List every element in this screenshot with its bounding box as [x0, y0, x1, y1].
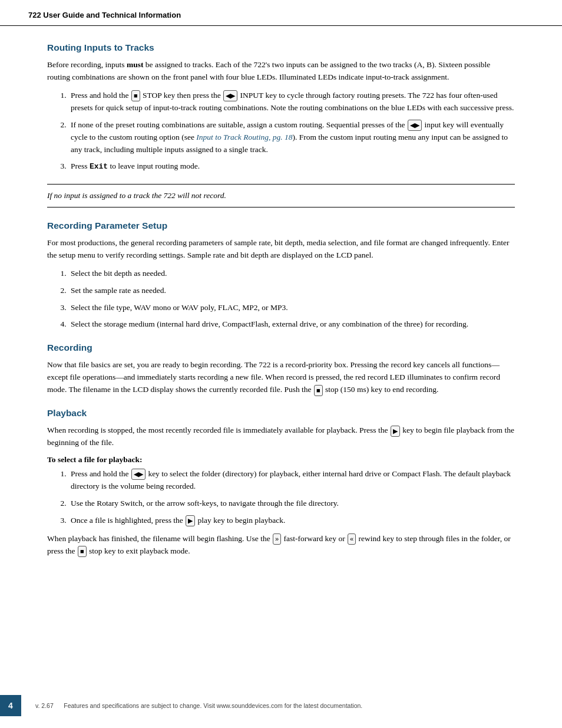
exit-key-label: Exit [90, 162, 108, 171]
section-recording: Recording Now that file basics are set, … [47, 342, 515, 396]
footer-text-content: Features and specifications are subject … [64, 702, 362, 709]
section-title-playback: Playback [47, 408, 515, 419]
playback-intro: When recording is stopped, the most rece… [47, 424, 515, 449]
input-key-icon: ◀▶ [223, 90, 237, 101]
page-footer: 4 v. 2.67 Features and specifications ar… [0, 695, 562, 716]
routing-step-2: If none of the preset routing combinatio… [68, 119, 515, 156]
section-routing-inputs: Routing Inputs to Tracks Before recordin… [47, 42, 515, 207]
stop-key-icon-2: ■ [314, 385, 323, 396]
stop-key-icon: ■ [131, 90, 140, 101]
footer-version: v. 2.67 [35, 702, 54, 709]
routing-steps-list: Press and hold the ■ STOP key then press… [68, 90, 515, 173]
recording-param-steps-list: Select the bit depth as needed. Set the … [68, 268, 515, 331]
ff-key-icon: » [273, 533, 281, 545]
folder-key-icon: ◀▶ [131, 469, 146, 480]
document-title: 722 User Guide and Technical Information [28, 11, 181, 19]
page-wrapper: 722 User Guide and Technical Information… [0, 0, 562, 728]
play-key-icon-2: ▶ [186, 515, 195, 526]
note-text-routing: If no input is assigned to a track the 7… [47, 190, 515, 202]
section-title-routing: Routing Inputs to Tracks [47, 42, 515, 53]
page-header: 722 User Guide and Technical Information [0, 0, 562, 26]
page-number: 4 [0, 695, 21, 716]
section-playback: Playback When recording is stopped, the … [47, 408, 515, 557]
param-step-3: Select the file type, WAV mono or WAV po… [68, 302, 515, 314]
param-step-1: Select the bit depth as needed. [68, 268, 515, 280]
recording-body: Now that file basics are set, you are re… [47, 359, 515, 396]
recording-param-intro: For most productions, the general record… [47, 237, 515, 262]
note-box-routing: If no input is assigned to a track the 7… [47, 184, 515, 207]
input-key-icon-2: ◀▶ [408, 120, 422, 131]
playback-step-2: Use the Rotary Switch, or the arrow soft… [68, 498, 515, 510]
playback-subheading: To select a file for playback: [47, 455, 515, 465]
routing-intro: Before recording, inputs must be assigne… [47, 59, 515, 84]
playback-step-1: Press and hold the ◀▶ key to select the … [68, 468, 515, 493]
playback-closing: When playback has finished, the filename… [47, 533, 515, 558]
playback-steps-list: Press and hold the ◀▶ key to select the … [68, 468, 515, 527]
rw-key-icon: « [348, 533, 356, 545]
param-step-2: Set the sample rate as needed. [68, 285, 515, 297]
section-title-recording-param: Recording Parameter Setup [47, 220, 515, 231]
routing-step-1: Press and hold the ■ STOP key then press… [68, 90, 515, 114]
track-routing-link[interactable]: Input to Track Routing, pg. 18 [196, 133, 292, 141]
main-content: Routing Inputs to Tracks Before recordin… [0, 26, 562, 605]
playback-step-3: Once a file is highlighted, press the ▶ … [68, 515, 515, 527]
footer-disclaimer: v. 2.67 Features and specifications are … [35, 702, 550, 709]
section-title-recording: Recording [47, 342, 515, 353]
stop-key-icon-3: ■ [78, 546, 87, 557]
play-key-icon: ▶ [391, 426, 400, 437]
routing-step-3: Press Exit to leave input routing mode. [68, 160, 515, 173]
param-step-4: Select the storage medium (internal hard… [68, 318, 515, 331]
section-recording-param: Recording Parameter Setup For most produ… [47, 220, 515, 331]
